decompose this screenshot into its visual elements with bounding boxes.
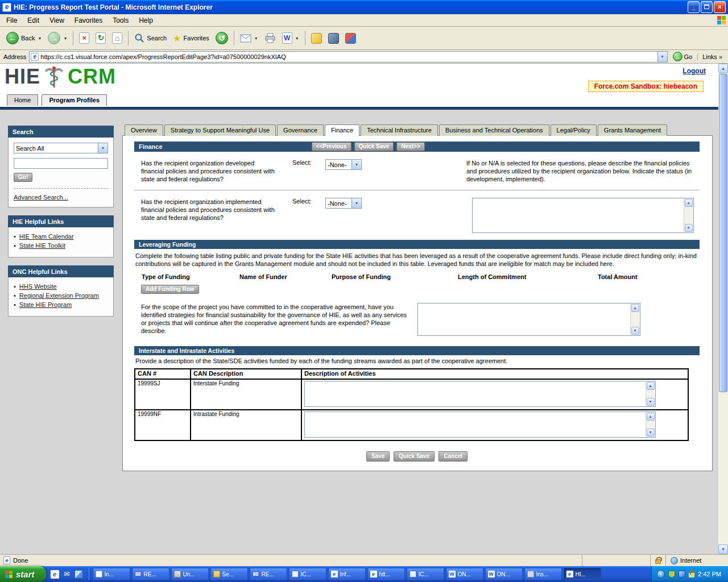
menu-help[interactable]: Help xyxy=(134,15,158,26)
logout-link[interactable]: Logout xyxy=(682,67,706,75)
advanced-search-link[interactable]: Advanced Search... xyxy=(14,194,68,201)
scroll-down-icon[interactable]: ▼ xyxy=(631,327,639,335)
select-dropdown-icon[interactable]: ▼ xyxy=(98,143,107,153)
save-button[interactable]: Save xyxy=(366,451,390,462)
history-button[interactable]: ↺ xyxy=(213,30,231,46)
textarea-scrollbar[interactable]: ▲ ▼ xyxy=(684,199,693,232)
links-toolbar[interactable]: Links » xyxy=(697,53,726,60)
state-hie-program-link[interactable]: State HIE Program xyxy=(19,301,72,309)
scroll-up-icon[interactable]: ▲ xyxy=(631,304,639,312)
tab-strategy[interactable]: Strategy to Support Meaningful Use xyxy=(164,124,276,136)
restore-button[interactable] xyxy=(701,1,713,13)
refresh-button[interactable]: ↻ xyxy=(93,31,109,45)
task-button[interactable]: In... xyxy=(93,568,130,580)
quick-save-button-bottom[interactable]: Quick Save xyxy=(394,451,435,462)
scroll-up-icon[interactable]: ▲ xyxy=(647,382,655,390)
edit-word-button[interactable]: W ▼ xyxy=(279,31,302,45)
back-dropdown-icon[interactable]: ▼ xyxy=(38,36,42,40)
print-button[interactable] xyxy=(262,31,279,45)
previous-button[interactable]: <<Previous xyxy=(312,142,351,151)
next-button[interactable]: Next>> xyxy=(396,142,424,151)
menu-file[interactable]: File xyxy=(1,15,22,26)
menu-favorites[interactable]: Favorites xyxy=(69,15,107,26)
stop-button[interactable]: × xyxy=(76,31,92,45)
textarea-scrollbar[interactable]: ▲ ▼ xyxy=(646,382,655,406)
sustainability-textarea[interactable]: ▲ ▼ xyxy=(417,303,640,336)
edit-dropdown-icon[interactable]: ▼ xyxy=(295,36,299,40)
tab-grants-management[interactable]: Grants Management xyxy=(598,124,667,136)
regional-extension-program-link[interactable]: Regional Extension Program xyxy=(19,292,99,300)
messenger-button[interactable] xyxy=(308,31,325,45)
security-shield-icon[interactable] xyxy=(668,571,675,577)
select-dropdown-icon[interactable]: ▼ xyxy=(351,160,361,169)
question-2-select[interactable]: -None- ▼ xyxy=(325,198,362,209)
task-button[interactable]: IC... xyxy=(289,568,326,580)
scroll-down-icon[interactable]: ▼ xyxy=(647,398,655,406)
address-url[interactable]: https://c.cs1.visual.force.com/apex/Prog… xyxy=(40,53,657,60)
start-button[interactable]: start xyxy=(0,566,46,582)
nav-tab-home[interactable]: Home xyxy=(7,94,38,106)
back-button[interactable]: ← Back ▼ xyxy=(3,30,44,46)
go-button[interactable]: → Go xyxy=(671,51,695,62)
select-dropdown-icon[interactable]: ▼ xyxy=(351,198,361,208)
cancel-button[interactable]: Cancel xyxy=(439,451,468,462)
textarea-scrollbar[interactable]: ▲ ▼ xyxy=(630,304,639,335)
scroll-up-icon[interactable]: ▲ xyxy=(647,413,655,421)
forward-button[interactable]: → ▼ xyxy=(45,30,70,46)
tab-technical-infrastructure[interactable]: Technical Infrastructure xyxy=(361,124,438,136)
mail-button[interactable]: ▼ xyxy=(237,32,261,44)
nav-tab-program-profiles[interactable]: Program Profiles xyxy=(42,94,107,106)
scroll-up-icon[interactable]: ▲ xyxy=(685,199,693,207)
state-hie-toolkit-link[interactable]: State HIE Toolkit xyxy=(19,242,65,250)
task-button[interactable]: ehtt... xyxy=(367,568,405,580)
network-icon[interactable] xyxy=(679,571,685,577)
scroll-down-icon[interactable]: ▼ xyxy=(685,224,693,232)
hhs-website-link[interactable]: HHS Website xyxy=(19,282,57,291)
tab-business-technical-operations[interactable]: Business and Technical Operations xyxy=(439,124,549,136)
question-1-select[interactable]: -None- ▼ xyxy=(325,159,362,170)
task-button[interactable]: IC... xyxy=(407,568,444,580)
mail-dropdown-icon[interactable]: ▼ xyxy=(254,36,258,40)
task-button[interactable]: Ins... xyxy=(524,568,562,580)
research-button[interactable] xyxy=(325,31,342,45)
search-input[interactable] xyxy=(14,158,108,169)
tab-legal-policy[interactable]: Legal/Policy xyxy=(551,124,597,136)
intrastate-activities-textarea[interactable]: ▲ ▼ xyxy=(304,411,656,438)
task-button[interactable]: eInf... xyxy=(328,568,366,580)
task-button[interactable]: ✉RE... xyxy=(132,568,169,580)
favorites-button[interactable]: ★ Favorites xyxy=(170,31,212,45)
close-button[interactable]: × xyxy=(714,1,726,13)
tab-overview[interactable]: Overview xyxy=(125,124,163,136)
quick-save-button-top[interactable]: Quick Save xyxy=(354,142,394,151)
scrollbar-thumb[interactable] xyxy=(719,74,727,392)
show-desktop-icon[interactable] xyxy=(75,570,83,579)
scrollbar-up-icon[interactable]: ▲ xyxy=(718,64,728,73)
address-dropdown-icon[interactable]: ▼ xyxy=(657,52,667,62)
ie-quicklaunch-icon[interactable]: e xyxy=(51,570,59,579)
interstate-activities-textarea[interactable]: ▲ ▼ xyxy=(304,381,656,407)
minimize-button[interactable]: _ xyxy=(688,1,700,13)
discuss-button[interactable] xyxy=(342,31,359,45)
menu-edit[interactable]: Edit xyxy=(22,15,44,26)
forward-dropdown-icon[interactable]: ▼ xyxy=(63,36,67,40)
task-button[interactable]: WON... xyxy=(485,568,523,580)
tab-finance[interactable]: Finance xyxy=(325,124,359,136)
scrollbar-down-icon[interactable]: ▼ xyxy=(718,544,728,554)
home-button[interactable]: ⌂ xyxy=(109,31,125,45)
search-scope-select[interactable]: Search All ▼ xyxy=(14,143,108,153)
address-input[interactable]: e https://c.cs1.visual.force.com/apex/Pr… xyxy=(29,51,667,63)
task-button[interactable]: ✉RE... xyxy=(250,568,287,580)
search-go-button[interactable]: Go! xyxy=(14,173,32,182)
scroll-down-icon[interactable]: ▼ xyxy=(647,429,655,436)
add-funding-row-button[interactable]: Add Funding Row xyxy=(141,285,199,294)
task-button[interactable]: Un... xyxy=(171,568,209,580)
page-scrollbar[interactable]: ▲ ▼ xyxy=(718,64,728,554)
mail-quicklaunch-icon[interactable]: ✉ xyxy=(63,570,71,579)
task-button[interactable]: WON... xyxy=(446,568,483,580)
task-button-active[interactable]: eHI... xyxy=(564,568,601,580)
hie-team-calendar-link[interactable]: HIE Team Calendar xyxy=(19,232,74,241)
textarea-scrollbar[interactable]: ▲ ▼ xyxy=(646,413,655,436)
tab-governance[interactable]: Governance xyxy=(277,124,324,136)
search-button[interactable]: Search xyxy=(131,31,169,45)
task-button[interactable]: Se... xyxy=(210,568,248,580)
